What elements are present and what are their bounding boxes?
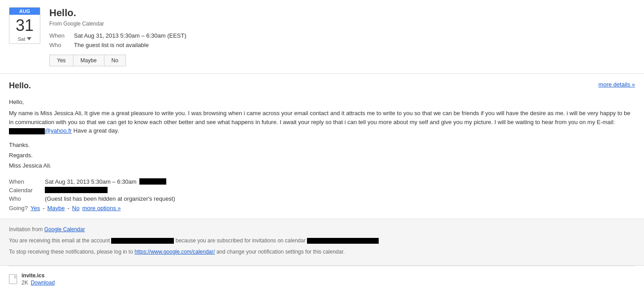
email-yahoo-link[interactable]: @yahoo.fr [45,127,72,134]
file-icon [9,274,17,284]
footer-stop-row: To stop receiving these notifications, p… [9,248,635,256]
google-calendar-link[interactable]: Google Calendar [44,226,85,233]
going-no-link[interactable]: No [72,205,80,211]
footer-account-after: because you are subscribed for invitatio… [176,237,306,244]
email-paragraph: My name is Miss Jessica Ali, It give me … [9,109,635,135]
event-who-value: (Guest list has been hidden at organizer… [45,195,175,202]
email-body-text: My name is Miss Jessica Ali, It give me … [9,110,631,125]
yes-button[interactable]: Yes [49,55,73,66]
calendar-icon: Aug 31 Sat [9,7,40,44]
event-when-value: Sat Aug 31, 2013 5:30am – 6:30am [45,178,166,185]
attachment-size: 2K [22,280,28,286]
more-details-link[interactable]: more details » [598,81,635,88]
going-more-options-link[interactable]: more options » [82,205,121,211]
attachment-section: invite.ics 2K Download [0,266,644,292]
footer-account-before: You are receiving this email at the acco… [9,237,110,244]
sign-regards: Regards. [9,150,635,160]
going-maybe-link[interactable]: Maybe [47,205,65,211]
calendar-day: 31 [9,15,40,35]
attachment-download-link[interactable]: Download [31,280,55,286]
event-when-row: When Sat Aug 31, 2013 5:30am – 6:30am [9,178,635,185]
dropdown-arrow-icon [27,37,31,40]
invite-title: Hello. [49,7,635,19]
calendar-month: Aug [9,8,40,15]
email-footer: Invitation from Google Calendar You are … [0,219,644,266]
invite-details: Hello. From Google Calendar When Sat Aug… [49,7,635,66]
event-calendar-value [45,187,108,193]
attachment-info: invite.ics 2K Download [22,272,55,286]
event-calendar-row: Calendar [9,187,635,194]
email-body: more details » Hello. Hello, My name is … [0,74,644,219]
event-who-label: Who [9,195,45,202]
invite-source: From Google Calendar [49,21,635,27]
when-label: When [49,32,74,39]
redacted-account [111,238,174,244]
email-subject: Hello. [9,81,635,91]
sign-thanks: Thanks. [9,140,635,150]
going-sep-2: - [68,205,69,211]
event-who-row: Who (Guest list has been hidden at organ… [9,195,635,202]
email-suffix-text: Have a great day. [72,127,119,134]
event-when-label: When [9,178,45,185]
email-greeting: Hello, [9,99,635,105]
attachment-name: invite.ics [22,272,55,279]
calendar-weekday: Sat [18,36,26,42]
redacted-timezone [139,178,166,185]
sign-name: Miss Jessica Ali. [9,160,635,171]
who-value: The guest list is not available [74,42,149,48]
footer-stop-before: To stop receiving these notifications, p… [9,249,134,255]
footer-stop-after: and change your notification settings fo… [215,249,345,255]
no-button[interactable]: No [104,55,126,66]
redacted-email-prefix [9,128,45,134]
invite-when-row: When Sat Aug 31, 2013 5:30am – 6:30am (E… [49,32,635,39]
attachment-meta: 2K Download [22,280,55,286]
footer-invitation-row: Invitation from Google Calendar [9,225,635,234]
going-sep-1: - [43,205,44,211]
going-label: Going? [9,205,28,211]
redacted-calendar-name [45,187,108,193]
google-calendar-url-link[interactable]: https://www.google.com/calendar/ [134,249,215,255]
email-signature: Thanks. Regards. Miss Jessica Ali. [9,140,635,171]
when-value: Sat Aug 31, 2013 5:30am – 6:30am (EEST) [74,32,186,39]
maybe-button[interactable]: Maybe [73,55,104,66]
invite-who-row: Who The guest list is not available [49,42,635,48]
rsvp-buttons: Yes Maybe No [49,55,635,66]
event-when-text: Sat Aug 31, 2013 5:30am – 6:30am [45,178,137,185]
event-details-table: When Sat Aug 31, 2013 5:30am – 6:30am Ca… [9,178,635,211]
event-calendar-label: Calendar [9,187,45,194]
footer-account-row: You are receiving this email at the acco… [9,237,635,245]
who-label: Who [49,42,74,48]
going-yes-link[interactable]: Yes [30,205,40,211]
footer-invitation-text: Invitation from [9,226,44,233]
going-row: Going? Yes - Maybe - No more options » [9,205,635,211]
redacted-calendar-account [307,238,379,244]
invite-header: Aug 31 Sat Hello. From Google Calendar W… [0,0,644,74]
